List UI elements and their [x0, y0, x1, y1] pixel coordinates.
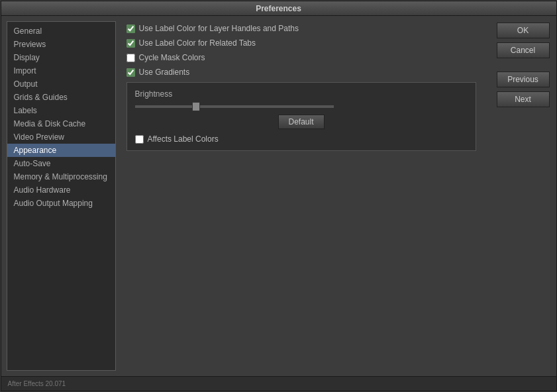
brightness-label: Brightness — [135, 89, 468, 99]
sidebar-item-output[interactable]: Output — [7, 77, 115, 91]
use-label-color-handles-label: Use Label Color for Layer Handles and Pa… — [139, 24, 299, 33]
cycle-mask-colors-row: Cycle Mask Colors — [127, 53, 476, 62]
sidebar-item-audio-output-mapping[interactable]: Audio Output Mapping — [7, 197, 115, 210]
content-area: GeneralPreviewsDisplayImportOutputGrids … — [1, 16, 556, 376]
sidebar-item-memory---multiprocessing[interactable]: Memory & Multiprocessing — [7, 170, 115, 183]
cycle-mask-colors-label: Cycle Mask Colors — [139, 53, 205, 62]
cycle-mask-colors-checkbox[interactable] — [127, 54, 135, 62]
previous-button[interactable]: Previous — [497, 72, 550, 87]
sidebar-item-grids---guides[interactable]: Grids & Guides — [7, 91, 115, 104]
affects-label-colors-row: Affects Label Colors — [135, 134, 468, 144]
default-button[interactable]: Default — [278, 115, 325, 129]
sidebar-item-video-preview[interactable]: Video Preview — [7, 130, 115, 144]
brightness-group: Brightness Default Affects Label Colors — [127, 82, 476, 151]
use-gradients-row: Use Gradients — [127, 68, 476, 77]
use-label-color-handles-row: Use Label Color for Layer Handles and Pa… — [127, 24, 476, 33]
sidebar-item-import[interactable]: Import — [7, 64, 115, 77]
affects-label-colors-label: Affects Label Colors — [148, 134, 219, 144]
sidebar-item-general[interactable]: General — [7, 24, 115, 38]
brightness-slider[interactable] — [135, 105, 334, 108]
sidebar-item-display[interactable]: Display — [7, 51, 115, 64]
preferences-dialog: Preferences GeneralPreviewsDisplayImport… — [1, 1, 557, 391]
use-gradients-label: Use Gradients — [139, 68, 190, 77]
slider-container — [135, 105, 468, 108]
default-btn-container: Default — [135, 115, 468, 129]
sidebar-item-labels[interactable]: Labels — [7, 104, 115, 117]
sidebar-item-auto-save[interactable]: Auto-Save — [7, 157, 115, 170]
cancel-button[interactable]: Cancel — [497, 42, 550, 58]
affects-label-colors-checkbox[interactable] — [135, 135, 144, 144]
use-label-color-tabs-row: Use Label Color for Related Tabs — [127, 38, 476, 48]
right-column: OK Cancel Previous Next — [487, 16, 556, 376]
sidebar-item-appearance[interactable]: Appearance — [7, 144, 115, 157]
main-panel: Use Label Color for Layer Handles and Pa… — [116, 16, 487, 376]
dialog-title: Preferences — [256, 4, 301, 13]
bottom-text: After Effects 20.071 — [8, 380, 66, 387]
title-bar: Preferences — [1, 1, 556, 16]
settings-area: Use Label Color for Layer Handles and Pa… — [127, 24, 476, 368]
use-label-color-tabs-label: Use Label Color for Related Tabs — [139, 38, 256, 48]
ok-button[interactable]: OK — [497, 23, 550, 38]
next-button[interactable]: Next — [497, 91, 550, 107]
sidebar: GeneralPreviewsDisplayImportOutputGrids … — [7, 21, 116, 371]
sidebar-item-previews[interactable]: Previews — [7, 38, 115, 51]
use-label-color-handles-checkbox[interactable] — [127, 24, 135, 33]
use-gradients-checkbox[interactable] — [127, 68, 135, 77]
sidebar-item-media---disk-cache[interactable]: Media & Disk Cache — [7, 117, 115, 130]
use-label-color-tabs-checkbox[interactable] — [127, 39, 135, 48]
sidebar-item-audio-hardware[interactable]: Audio Hardware — [7, 183, 115, 197]
bottom-bar: After Effects 20.071 — [1, 376, 556, 391]
